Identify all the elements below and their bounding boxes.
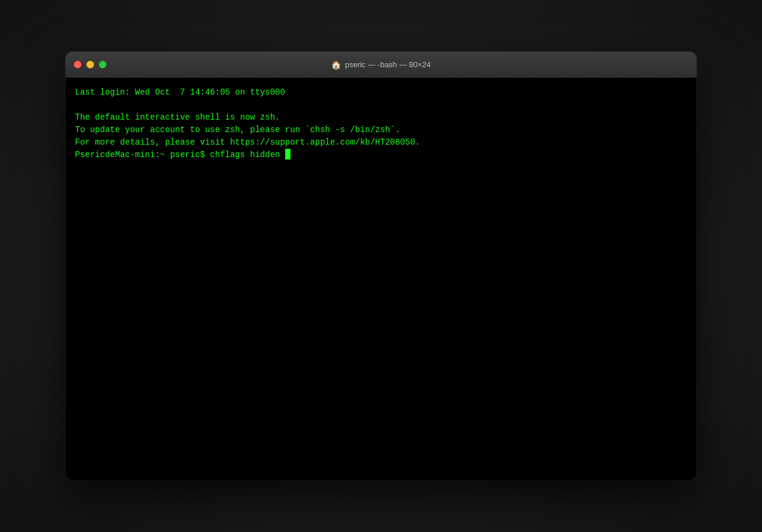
terminal-line-2	[75, 99, 687, 111]
terminal-line-4: To update your account to use zsh, pleas…	[75, 124, 687, 136]
home-icon: 🏠	[331, 60, 341, 70]
terminal-content: Last login: Wed Oct 7 14:46:05 on ttys00…	[75, 86, 687, 161]
close-button[interactable]	[74, 61, 82, 68]
maximize-button[interactable]	[99, 61, 107, 68]
titlebar: 🏠 pseric — -bash — 80×24	[65, 52, 697, 78]
window-title: 🏠 pseric — -bash — 80×24	[331, 60, 430, 70]
terminal-body[interactable]: Last login: Wed Oct 7 14:46:05 on ttys00…	[65, 78, 697, 480]
terminal-window: 🏠 pseric — -bash — 80×24 Last login: Wed…	[65, 52, 697, 480]
terminal-line-3: The default interactive shell is now zsh…	[75, 111, 687, 124]
title-text: pseric — -bash — 80×24	[345, 60, 430, 69]
terminal-line-1: Last login: Wed Oct 7 14:46:05 on ttys00…	[75, 86, 687, 99]
traffic-lights	[74, 61, 107, 68]
minimize-button[interactable]	[86, 61, 94, 68]
terminal-line-5: For more details, please visit https://s…	[75, 136, 687, 149]
terminal-cursor	[285, 149, 291, 159]
terminal-line-6: PsericdeMac-mini:~ pseric$ chflags hidde…	[75, 149, 687, 161]
desktop-background: 🏠 pseric — -bash — 80×24 Last login: Wed…	[0, 0, 762, 532]
